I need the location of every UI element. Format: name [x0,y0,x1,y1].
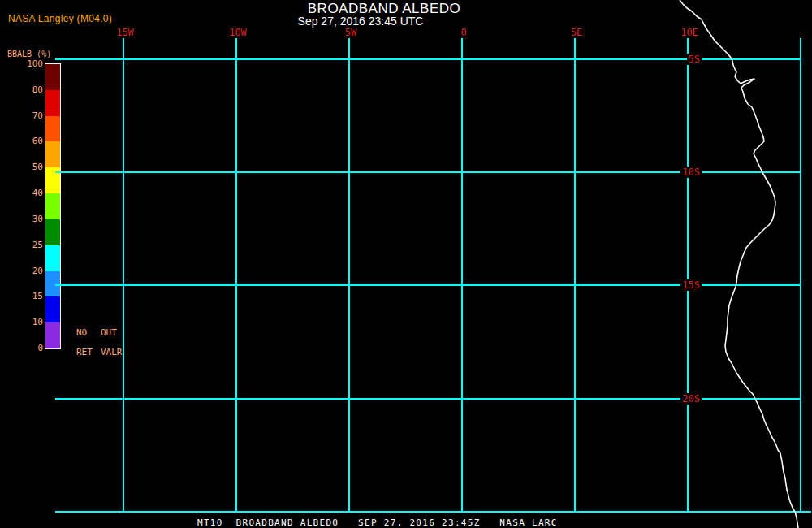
colorbar-band-10-15 [45,296,60,322]
colorbar-tick-50: 50 [6,162,43,172]
colorbar-tick-40: 40 [6,188,43,198]
colorbar-tick-0: 0 [6,344,43,353]
colorbar-tick-30: 30 [6,214,43,224]
colorbar-band-15-20 [45,271,60,297]
colorbar-tick-15: 15 [6,292,43,301]
lon-label-0: 0 [446,28,482,38]
colorbar-tick-100: 100 [6,59,43,69]
lon-label-10E: 10E [672,28,707,38]
flag-ret-label: RET [76,348,93,357]
colorbar-tick-60: 60 [6,136,43,146]
colorbar-band-50-60 [45,141,60,167]
colorbar-tick-10: 10 [6,318,43,327]
lat-label-box-20S: 20S [664,394,702,405]
lat-label-box-5S: 5S [664,54,702,65]
lat-label-box-15S: 15S [664,280,702,291]
page-subtitle: Sep 27, 2016 23:45 UTC [298,15,424,28]
colorbar [45,63,61,349]
colorbar-band-80-100 [45,64,60,90]
lat-label-15S: 15S [680,279,702,291]
colorbar-band-25-30 [45,219,60,245]
colorbar-band-0-10 [45,322,60,348]
flag-no-label: NO [76,328,87,338]
footer-caption: MT10 BROADBAND ALBEDO SEP 27, 2016 23:45… [197,517,558,528]
colorbar-tick-25: 25 [6,240,43,250]
colorbar-tick-20: 20 [6,266,43,276]
lon-label-15W: 15W [107,28,143,38]
lat-label-box-10S: 10S [664,167,702,178]
flag-valr-label: VALR [101,348,123,357]
lat-label-10S: 10S [680,167,702,178]
colorbar-band-30-40 [45,193,60,219]
lon-label-5W: 5W [333,28,369,38]
colorbar-tick-70: 70 [6,111,43,121]
colorbar-tick-80: 80 [6,85,43,95]
map-canvas [0,0,812,528]
colorbar-band-20-25 [45,245,60,271]
colorbar-band-70-80 [45,90,60,116]
lon-label-5E: 5E [559,28,594,38]
screen: NASA Langley (M04.0) BROADBAND ALBEDO Se… [0,0,812,528]
lat-label-5S: 5S [687,54,702,65]
lat-label-20S: 20S [680,393,702,405]
colorbar-band-60-70 [45,116,60,142]
colorbar-band-40-50 [45,167,60,193]
flag-out-label: OUT [101,328,117,338]
lon-label-10W: 10W [220,28,256,38]
credit-label: NASA Langley (M04.0) [8,13,112,24]
coastline [680,0,798,528]
colorbar-title: BBALB (%) [7,50,51,58]
